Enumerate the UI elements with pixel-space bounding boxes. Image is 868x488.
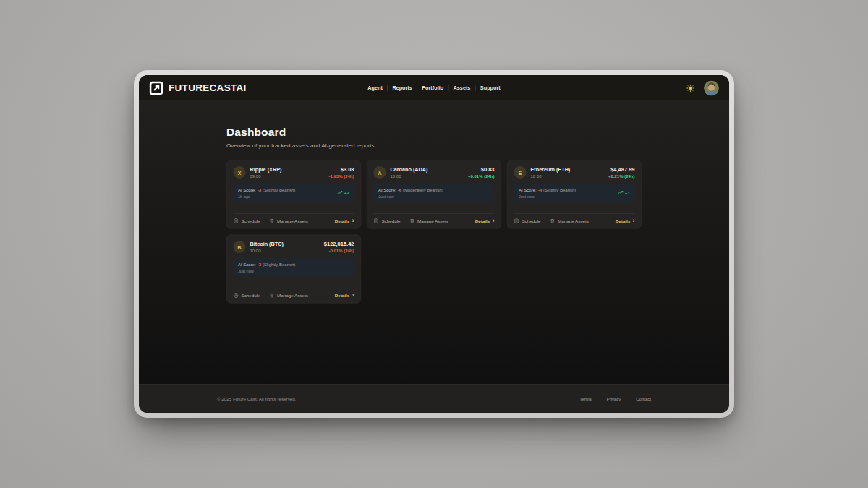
app-screen: FUTURECASTAI Agent Reports Portfolio Ass…	[139, 75, 729, 413]
asset-name: Cardano (ADA)	[391, 166, 428, 172]
ai-score-box: AI Score:-4(Slightly Bearish) Just now +…	[514, 184, 635, 202]
trash-icon	[550, 218, 556, 223]
asset-time: 09:00	[250, 174, 282, 179]
page-subtitle: Overview of your tracked assets and AI-g…	[226, 142, 642, 149]
card-actions: Schedule Manage Assets Details ›	[374, 214, 495, 223]
nav-item-assets[interactable]: Assets	[448, 85, 475, 91]
header-actions	[686, 80, 719, 95]
asset-name: Bitcoin (BTC)	[250, 241, 284, 247]
device-frame: FUTURECASTAI Agent Reports Portfolio Ass…	[134, 70, 734, 418]
chevron-right-icon: ›	[352, 294, 354, 298]
manage-assets-label: Manage Assets	[277, 218, 308, 223]
main-nav: Agent Reports Portfolio Assets Support	[363, 85, 505, 92]
footer-link-privacy[interactable]: Privacy	[607, 396, 621, 401]
asset-change: +0.01% (24h)	[468, 174, 495, 179]
brand-name: FUTURECASTAI	[169, 82, 247, 94]
asset-card-cardano: A Cardano (ADA) 10:00 $0.83 +0.01% (24h)	[367, 160, 501, 229]
app-footer: © 2025 Future Cast. All rights reserved.…	[139, 384, 729, 413]
schedule-button[interactable]: Schedule	[234, 218, 260, 223]
schedule-button[interactable]: Schedule	[374, 218, 401, 223]
trash-icon	[270, 218, 275, 223]
footer-link-contact[interactable]: Contact	[636, 396, 651, 401]
nav-item-portfolio[interactable]: Portfolio	[417, 85, 448, 91]
asset-time: 10:00	[391, 174, 428, 179]
ai-score-box: AI Score:-6(Moderately Bearish) Just now	[374, 184, 495, 202]
main-content: Dashboard Overview of your tracked asset…	[139, 101, 729, 384]
asset-card-bitcoin: B Bitcoin (BTC) 10:00 $122,015.42 -0.01%…	[226, 235, 361, 304]
asset-card-ripple: X Ripple (XRP) 09:00 $3.03 -1.93% (24h)	[226, 160, 361, 229]
gear-icon	[234, 218, 239, 223]
details-label: Details	[335, 293, 350, 298]
asset-price: $0.83	[468, 166, 495, 173]
details-button[interactable]: Details ›	[616, 218, 635, 223]
schedule-button[interactable]: Schedule	[234, 293, 260, 298]
schedule-label: Schedule	[382, 218, 401, 223]
score-delta-value: +2	[344, 190, 349, 195]
asset-initial-badge: X	[234, 166, 246, 179]
manage-assets-label: Manage Assets	[417, 218, 448, 223]
card-actions: Schedule Manage Assets Details ›	[234, 214, 354, 223]
brand[interactable]: FUTURECASTAI	[149, 81, 247, 95]
ai-score-box: AI Score:-3(Slightly Bearish) Just now	[234, 258, 354, 277]
nav-item-reports[interactable]: Reports	[388, 85, 417, 91]
details-label: Details	[335, 218, 350, 223]
card-header: E Ethereum (ETH) 10:00 $4,487.99 +0.21% …	[514, 166, 635, 179]
schedule-label: Schedule	[242, 293, 260, 298]
logo-icon	[149, 81, 163, 95]
details-button[interactable]: Details ›	[335, 293, 354, 298]
theme-toggle-button[interactable]	[686, 83, 695, 93]
asset-name: Ethereum (ETH)	[531, 166, 571, 172]
asset-name: Ripple (XRP)	[250, 166, 282, 172]
ai-score-sentiment: (Slightly Bearish)	[263, 187, 295, 192]
asset-change: -0.01% (24h)	[324, 249, 354, 254]
asset-card-ethereum: E Ethereum (ETH) 10:00 $4,487.99 +0.21% …	[507, 160, 642, 229]
manage-assets-label: Manage Assets	[558, 218, 589, 223]
schedule-button[interactable]: Schedule	[514, 218, 541, 223]
user-avatar[interactable]	[704, 80, 719, 95]
card-header: X Ripple (XRP) 09:00 $3.03 -1.93% (24h)	[234, 166, 354, 179]
chevron-right-icon: ›	[633, 219, 635, 223]
asset-initial-badge: A	[374, 166, 386, 179]
asset-time: 10:00	[250, 248, 284, 253]
gear-icon	[374, 218, 379, 223]
page-title: Dashboard	[226, 126, 642, 139]
top-navbar: FUTURECASTAI Agent Reports Portfolio Ass…	[139, 75, 729, 101]
ai-score-label: AI Score:	[378, 187, 396, 192]
asset-price: $3.03	[328, 166, 354, 173]
chevron-right-icon: ›	[352, 219, 354, 223]
trending-up-icon	[618, 191, 624, 195]
chevron-right-icon: ›	[493, 219, 495, 223]
details-label: Details	[475, 218, 490, 223]
futurecast-app: FUTURECASTAI Agent Reports Portfolio Ass…	[139, 75, 729, 413]
card-header: B Bitcoin (BTC) 10:00 $122,015.42 -0.01%…	[234, 241, 354, 254]
ai-score-updated: Just now	[519, 194, 576, 199]
nav-item-support[interactable]: Support	[475, 85, 505, 91]
asset-initial-badge: B	[234, 241, 246, 253]
ai-score-sentiment: (Moderately Bearish)	[403, 187, 443, 192]
card-header: A Cardano (ADA) 10:00 $0.83 +0.01% (24h)	[374, 166, 495, 179]
gear-icon	[234, 293, 239, 298]
ai-score-label: AI Score:	[519, 187, 537, 192]
manage-assets-button[interactable]: Manage Assets	[270, 218, 308, 223]
nav-item-agent[interactable]: Agent	[363, 85, 388, 91]
ai-score-sentiment: (Slightly Bearish)	[543, 187, 576, 192]
sun-icon	[686, 84, 694, 92]
details-button[interactable]: Details ›	[475, 218, 495, 223]
schedule-label: Schedule	[522, 218, 541, 223]
card-actions: Schedule Manage Assets Details ›	[234, 288, 354, 298]
ai-score-updated: Just now	[378, 194, 443, 199]
manage-assets-button[interactable]: Manage Assets	[410, 218, 448, 223]
ai-score-value: -6	[398, 187, 401, 192]
ai-score-updated: Just now	[238, 269, 295, 273]
manage-assets-button[interactable]: Manage Assets	[550, 218, 589, 223]
ai-score-label: AI Score:	[238, 262, 256, 267]
footer-link-terms[interactable]: Terms	[579, 396, 591, 401]
ai-score-value: -4	[538, 187, 542, 192]
footer-links: Terms Privacy Contact	[579, 396, 651, 401]
trending-up-icon	[337, 191, 343, 195]
ai-score-label: AI Score:	[238, 187, 256, 192]
manage-assets-button[interactable]: Manage Assets	[270, 293, 308, 298]
details-button[interactable]: Details ›	[335, 218, 354, 223]
ai-score-value: -3	[258, 187, 261, 192]
schedule-label: Schedule	[242, 218, 260, 223]
